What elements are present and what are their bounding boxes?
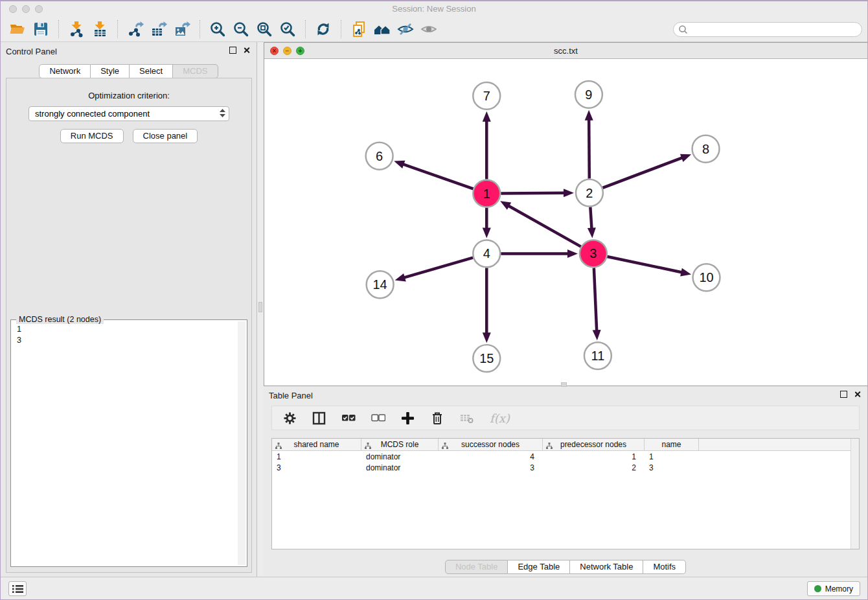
new-network-from-selection-button[interactable] <box>347 19 371 40</box>
table-cell[interactable]: 2 <box>543 463 645 472</box>
export-image-button[interactable] <box>170 19 194 40</box>
tab-select[interactable]: Select <box>130 64 173 78</box>
graph-edge[interactable] <box>590 207 591 229</box>
table-cell[interactable]: 1 <box>543 452 645 461</box>
window-titlebar: Session: New Session <box>1 1 867 17</box>
graph-edge[interactable] <box>508 205 580 246</box>
tab-style[interactable]: Style <box>91 64 130 78</box>
toolbar-separator <box>58 20 59 38</box>
window-controls <box>9 5 43 13</box>
network-document-icon <box>350 21 367 38</box>
task-history-button[interactable] <box>8 581 27 596</box>
select-all-columns-button[interactable] <box>341 410 356 426</box>
close-view-button[interactable]: × <box>270 47 279 55</box>
tab-network[interactable]: Network <box>39 64 91 78</box>
graph-edge[interactable] <box>602 157 683 188</box>
table-scrollbar[interactable] <box>851 439 859 549</box>
column-header[interactable]: shared name <box>272 439 361 450</box>
column-header[interactable]: name <box>645 439 699 450</box>
table-row[interactable]: 3dominator323 <box>272 462 859 473</box>
toolbar-separator <box>341 20 341 38</box>
criterion-selected-value: strongly connected component <box>35 109 150 119</box>
float-table-panel-icon[interactable] <box>840 391 847 398</box>
open-file-button[interactable] <box>6 19 29 40</box>
column-header-label: shared name <box>293 440 339 449</box>
tab-network-table[interactable]: Network Table <box>570 560 643 574</box>
import-table-button[interactable] <box>88 19 111 40</box>
table-cell[interactable]: 3 <box>439 463 543 472</box>
graph-edge-arrow <box>395 273 406 281</box>
tab-motifs[interactable]: Motifs <box>643 560 686 574</box>
export-table-button[interactable] <box>147 19 170 40</box>
hierarchy-icon <box>275 441 282 453</box>
table-cell[interactable]: 1 <box>645 452 699 461</box>
search-field[interactable] <box>673 22 862 37</box>
graph-edge[interactable] <box>607 257 682 273</box>
vertical-splitter-handle[interactable] <box>258 302 262 312</box>
tab-mcds[interactable]: MCDS <box>173 64 218 78</box>
network-window-controls: × − + <box>270 47 304 55</box>
columns-icon <box>312 411 326 425</box>
horizontal-splitter-handle[interactable] <box>561 382 567 387</box>
maximize-view-button[interactable]: + <box>296 47 304 55</box>
hide-selected-button[interactable] <box>394 19 417 40</box>
column-header[interactable]: MCDS role <box>361 439 439 450</box>
zoom-in-button[interactable] <box>206 19 229 40</box>
control-panel-header: Control Panel <box>1 42 257 60</box>
select-stepper-icon <box>219 108 226 120</box>
table-cell[interactable]: 4 <box>439 452 543 461</box>
table-cell[interactable]: dominator <box>361 452 439 461</box>
criterion-select[interactable]: strongly connected component <box>29 106 229 121</box>
close-window-button[interactable] <box>9 5 17 13</box>
window-title: Session: New Session <box>392 4 475 14</box>
table-body: 1dominator4113dominator323 <box>272 451 859 473</box>
memory-button[interactable]: Memory <box>807 581 860 596</box>
table-settings-button[interactable] <box>283 410 297 426</box>
zoom-out-button[interactable] <box>229 19 253 40</box>
column-layout-button[interactable] <box>312 410 326 426</box>
network-view-window: × − + scc.txt 7968124314101511 <box>264 42 868 386</box>
minimize-window-button[interactable] <box>22 5 30 13</box>
column-header[interactable]: successor nodes <box>439 439 543 450</box>
export-image-icon <box>174 21 190 38</box>
open-folder-icon <box>9 21 26 38</box>
toolbar-separator <box>305 20 306 38</box>
show-all-button[interactable] <box>417 19 440 40</box>
table-cell[interactable]: dominator <box>361 463 439 472</box>
unselect-all-columns-button[interactable] <box>371 410 385 426</box>
graph-edge[interactable] <box>402 164 473 189</box>
close-panel-icon[interactable] <box>243 47 250 54</box>
float-panel-icon[interactable] <box>229 47 236 54</box>
graph-edge-arrow <box>567 249 578 258</box>
graph-edge-arrow <box>564 189 574 197</box>
first-neighbors-button[interactable] <box>371 19 394 40</box>
add-column-button[interactable] <box>401 410 415 426</box>
close-table-panel-icon[interactable] <box>854 391 861 398</box>
graph-edge[interactable] <box>404 258 473 278</box>
graph-edge[interactable] <box>589 119 589 179</box>
delete-columns-button[interactable] <box>430 410 444 426</box>
graph-edge[interactable] <box>501 193 565 194</box>
zoom-fit-button[interactable] <box>253 19 276 40</box>
search-input[interactable] <box>688 25 857 34</box>
graph-edge[interactable] <box>594 268 597 331</box>
minimize-view-button[interactable]: − <box>283 47 291 55</box>
import-network-button[interactable] <box>65 19 88 40</box>
apply-layout-button[interactable] <box>312 19 335 40</box>
run-mcds-button[interactable]: Run MCDS <box>60 129 124 143</box>
table-row[interactable]: 1dominator411 <box>272 451 859 462</box>
zoom-selected-button[interactable] <box>276 19 299 40</box>
zoom-window-button[interactable] <box>35 5 43 13</box>
table-cell[interactable]: 1 <box>272 452 361 461</box>
export-network-icon <box>127 21 144 38</box>
tab-edge-table[interactable]: Edge Table <box>508 560 570 574</box>
close-panel-button[interactable]: Close panel <box>133 129 198 143</box>
export-network-button[interactable] <box>124 19 147 40</box>
save-session-button[interactable] <box>29 19 52 40</box>
table-cell[interactable]: 3 <box>272 463 361 472</box>
tab-node-table[interactable]: Node Table <box>445 560 508 574</box>
column-header[interactable]: predecessor nodes <box>543 439 645 450</box>
result-scrollbar[interactable] <box>238 321 246 565</box>
table-cell[interactable]: 3 <box>645 463 699 472</box>
network-canvas[interactable]: 7968124314101511 <box>264 59 867 386</box>
